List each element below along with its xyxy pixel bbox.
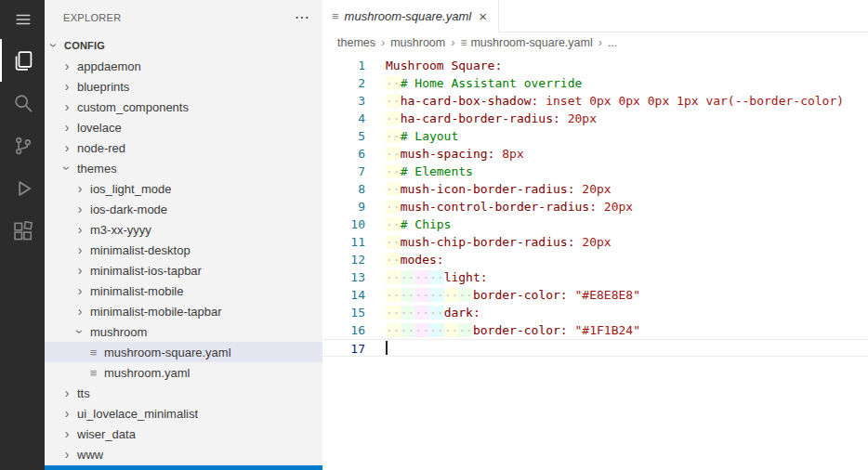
code-line-1[interactable]: 1Mushroom Square: xyxy=(322,57,868,74)
activity-item-source-control[interactable] xyxy=(0,124,45,167)
tree-item-appdaemon[interactable]: ›appdaemon xyxy=(45,56,322,76)
breadcrumb-label: mushroom xyxy=(390,36,445,49)
activity-item-extensions[interactable] xyxy=(0,210,45,253)
code-line-13[interactable]: 13········light: xyxy=(322,268,868,286)
code-line-10[interactable]: 10··# Chips xyxy=(322,215,868,233)
code-line-15[interactable]: 15········dark: xyxy=(322,304,868,321)
tree-item-lovelace[interactable]: ›lovelace xyxy=(45,117,322,137)
tree-root-label: CONFIG xyxy=(64,40,105,51)
indent-whitespace: ·· xyxy=(401,323,415,337)
code-line-16[interactable]: 16············border-color: "#1F1B24" xyxy=(322,321,868,339)
tree-item-minimalist-mobile[interactable]: ›minimalist-mobile xyxy=(45,281,322,301)
close-tab-icon[interactable]: × xyxy=(477,8,489,24)
tree-item-minimalist-ios-tapbar[interactable]: ›minimalist-ios-tapbar xyxy=(45,260,322,281)
code-token: ha-card-box-shadow: xyxy=(401,94,539,108)
code-line-7[interactable]: 7··# Elements xyxy=(322,163,868,180)
code-line-17[interactable]: 17 xyxy=(322,339,868,357)
code-line-11[interactable]: 11··mush-chip-border-radius: 20px xyxy=(322,233,868,251)
tree-item-themes[interactable]: ›themes xyxy=(45,158,322,178)
chevron-right-icon: › xyxy=(61,447,72,462)
code-line-9[interactable]: 9··mush-control-border-radius: 20px xyxy=(322,198,868,215)
indent-whitespace: ·· xyxy=(386,200,401,214)
tree-item-minimalist-mobile-tapbar[interactable]: ›minimalist-mobile-tapbar xyxy=(45,301,322,321)
indent-whitespace: ·· xyxy=(386,235,401,249)
tree-item-minimalist-desktop[interactable]: ›minimalist-desktop xyxy=(45,240,322,260)
chevron-right-icon: › xyxy=(74,304,85,319)
tree-item-custom-components[interactable]: ›custom_components xyxy=(45,97,322,117)
breadcrumb-item[interactable]: themes xyxy=(337,36,375,49)
tree-item-wiser-data[interactable]: ›wiser_data xyxy=(45,424,322,444)
code-line-8[interactable]: 8··mush-icon-border-radius: 20px xyxy=(322,180,868,198)
breadcrumb-item[interactable]: ≡mushroom-square.yaml xyxy=(460,36,592,49)
tree-item-mushroom[interactable]: ›mushroom xyxy=(45,321,322,342)
chevron-right-icon: › xyxy=(61,120,72,135)
yaml-file-icon: ≡ xyxy=(332,9,339,23)
line-number: 15 xyxy=(322,304,365,321)
code-token: # Home Assistant override xyxy=(401,76,583,90)
tree-item-label: mushroom xyxy=(90,325,147,339)
indent-whitespace: ·· xyxy=(414,270,429,284)
chevron-right-icon: › xyxy=(74,283,85,298)
activity-item-menu[interactable] xyxy=(0,0,45,39)
tree-item-label: node-red xyxy=(77,141,125,155)
breadcrumb-item[interactable]: mushroom xyxy=(390,36,445,49)
tree-item-m3-xx-yyyy[interactable]: ›m3-xx-yyyy xyxy=(45,219,322,240)
yaml-file-icon: ≡ xyxy=(460,36,467,49)
chevron-right-icon: › xyxy=(61,79,72,94)
code-token: "#E8E8E8" xyxy=(568,288,640,302)
more-actions-icon[interactable]: ⋯ xyxy=(295,13,309,22)
code-token: inset 0px 0px 0px 1px var(--border-color… xyxy=(538,94,844,108)
indent-whitespace: ·· xyxy=(444,323,459,337)
tree-item-ios-light-mode[interactable]: ›ios_light_mode xyxy=(45,178,322,199)
tree-item-tts[interactable]: ›tts xyxy=(45,383,322,403)
chevron-down-icon: › xyxy=(59,163,74,174)
indent-whitespace: ·· xyxy=(386,288,401,302)
tree-item-mushroom-square-yaml[interactable]: ≡mushroom-square.yaml xyxy=(45,342,322,362)
code-line-4[interactable]: 4··ha-card-border-radius: 20px xyxy=(322,110,868,127)
tab-mushroom-square-yaml[interactable]: ≡ mushroom-square.yaml × xyxy=(322,0,499,33)
code-line-6[interactable]: 6··mush-spacing: 8px xyxy=(322,145,868,163)
indent-whitespace: ·· xyxy=(444,288,459,302)
code-line-14[interactable]: 14············border-color: "#E8E8E8" xyxy=(322,286,868,304)
tree-item-blueprints[interactable]: ›blueprints xyxy=(45,76,322,97)
code-token: # Chips xyxy=(401,217,452,231)
tree-item-label: tts xyxy=(77,386,90,400)
search-icon xyxy=(13,93,33,113)
activity-item-explorer[interactable] xyxy=(0,39,45,82)
code-line-5[interactable]: 5··# Layout xyxy=(322,127,868,145)
breadcrumb: themes›mushroom›≡mushroom-square.yaml›..… xyxy=(322,33,868,53)
code-line-12[interactable]: 12··modes: xyxy=(322,251,868,268)
chevron-right-icon: › xyxy=(61,426,72,441)
breadcrumb-item[interactable]: ... xyxy=(608,36,617,49)
code-line-3[interactable]: 3··ha-card-box-shadow: inset 0px 0px 0px… xyxy=(322,92,868,110)
breadcrumb-separator: › xyxy=(451,36,454,49)
line-number: 7 xyxy=(322,163,365,180)
line-number: 12 xyxy=(322,251,365,268)
tab-bar: ≡ mushroom-square.yaml × xyxy=(322,0,868,33)
chevron-right-icon: › xyxy=(61,140,72,155)
tree-item-ios-dark-mode[interactable]: ›ios-dark-mode xyxy=(45,199,322,219)
tree-item-label: minimalist-ios-tapbar xyxy=(90,264,202,278)
tree-root-config[interactable]: › CONFIG xyxy=(45,35,322,56)
code-token: border-color: xyxy=(473,323,568,337)
indent-whitespace: ·· xyxy=(386,323,401,337)
tree-item-mushroom-yaml[interactable]: ≡mushroom.yaml xyxy=(45,362,322,383)
tree-item-label: www xyxy=(77,448,103,462)
code-token: 8px xyxy=(494,147,523,161)
chevron-down-icon: › xyxy=(46,40,61,51)
indent-whitespace: ·· xyxy=(429,306,444,320)
tree-item-www[interactable]: ›www xyxy=(45,444,322,464)
chevron-right-icon: › xyxy=(74,202,85,216)
indent-whitespace: ·· xyxy=(414,288,429,302)
breadcrumb-separator: › xyxy=(381,36,385,49)
code-token: dark: xyxy=(444,306,480,320)
tree-item-node-red[interactable]: ›node-red xyxy=(45,137,322,158)
indent-whitespace: ·· xyxy=(386,217,401,231)
tree-item-label: custom_components xyxy=(77,100,189,114)
activity-item-search[interactable] xyxy=(0,82,45,124)
tree-item-ui-lovelace-minimalist[interactable]: ›ui_lovelace_minimalist xyxy=(45,403,322,424)
indent-whitespace: ·· xyxy=(414,323,429,337)
code-line-2[interactable]: 2··# Home Assistant override xyxy=(322,74,868,92)
line-number: 1 xyxy=(322,57,365,74)
activity-item-run-debug[interactable] xyxy=(0,167,45,210)
